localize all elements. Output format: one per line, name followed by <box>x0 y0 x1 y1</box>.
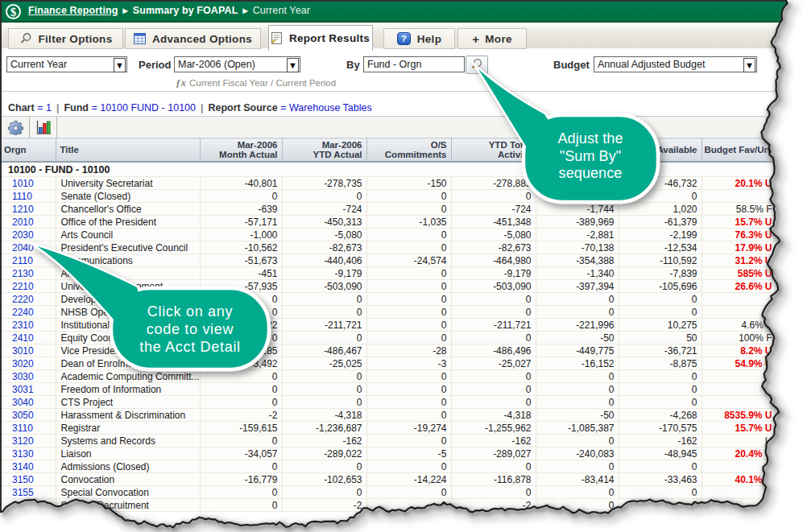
svg-text:?: ? <box>401 34 407 43</box>
